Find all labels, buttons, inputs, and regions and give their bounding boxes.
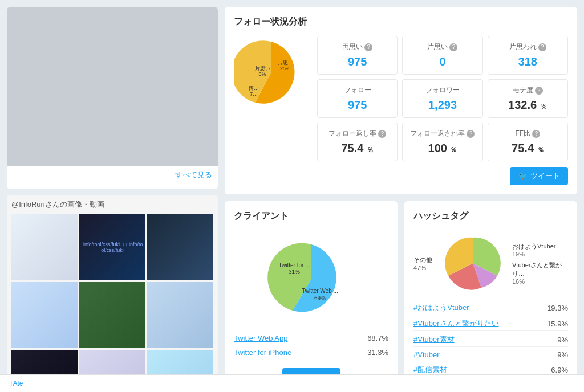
- hashtag-chart-area: その他 47%: [413, 230, 568, 296]
- svg-text:両…: 両…: [249, 85, 259, 91]
- legend-item-vtuber-tsunagari: Vtuberさんと繋がり… 16%: [512, 261, 563, 285]
- client-card: クライアント Twitter Web ... 69% Twitter for .…: [225, 201, 398, 392]
- follow-analysis-title: フォロー状況分析: [234, 16, 568, 28]
- help-icon-followreturn: ?: [378, 130, 386, 138]
- legend-item-ohayo: おはようVtuber 19%: [512, 242, 563, 258]
- stat-box-follow: フォロー 975: [317, 79, 398, 118]
- help-icon-ffhi: ?: [532, 130, 540, 138]
- stat-value-ffhi: 75.4 ％: [512, 142, 544, 154]
- stat-box-kataomoi: 片思われ ? 318: [488, 36, 568, 75]
- legend-item-sonota: その他 47%: [413, 256, 432, 271]
- hashtag-link-2[interactable]: #Vtuberさんと繋がりたい: [413, 318, 499, 329]
- help-icon-kataomoi: ?: [538, 43, 546, 51]
- avatar-placeholder: [7, 7, 218, 166]
- stat-value-ryoomi[interactable]: 975: [348, 55, 367, 68]
- hashtag-row-2: #Vtuberさんと繋がりたい 15.9%: [413, 317, 568, 331]
- stat-box-katami: 片思い ? 0: [402, 36, 482, 75]
- svg-text:69%: 69%: [314, 295, 325, 301]
- bottom-cards: クライアント Twitter Web ... 69% Twitter for .…: [225, 201, 577, 392]
- stat-box-followreturn: フォロー返し率 ? 75.4 ％: [317, 122, 398, 161]
- client-list: Twitter Web App 68.7% Twitter for iPhone…: [234, 333, 388, 358]
- avatar-card: すべて見る: [7, 7, 218, 189]
- media-cell-2[interactable]: .info/tool/css/fuki↓↓↓.info/tool/css/fuk…: [79, 214, 145, 280]
- help-icon-katami: ?: [449, 43, 457, 51]
- svg-text:25%: 25%: [280, 66, 290, 71]
- hashtag-row-4: #Vtuber 9%: [413, 349, 568, 361]
- stat-box-ryoomi: 両思い ? 975: [317, 36, 398, 75]
- svg-text:31%: 31%: [288, 269, 299, 275]
- hashtag-title: ハッシュタグ: [413, 210, 568, 222]
- hashtag-link-3[interactable]: #Vtuber素材: [413, 334, 455, 345]
- stat-value-moted: 132.6 ％: [508, 99, 548, 111]
- svg-text:片思…: 片思…: [278, 60, 293, 66]
- hashtag-link-1[interactable]: #おはようVtuber: [413, 303, 469, 313]
- hashtag-pct-5: 6.9%: [551, 366, 568, 374]
- hashtag-row-1: #おはようVtuber 19.3%: [413, 301, 568, 315]
- media-cell-6[interactable]: [147, 282, 213, 348]
- client-name-iphone[interactable]: Twitter for iPhone: [234, 348, 291, 357]
- hashtag-pct-1: 19.3%: [547, 304, 568, 312]
- stat-value-kataomoi[interactable]: 318: [518, 55, 537, 68]
- help-icon-followreturned: ?: [467, 130, 474, 138]
- stats-grid: 両思い ? 975 片思い ? 0: [317, 36, 568, 118]
- hashtag-pct-4: 9%: [557, 350, 568, 359]
- media-card-title: @InfoRuriさんの画像・動画: [11, 199, 213, 210]
- client-name-webapp[interactable]: Twitter Web App: [234, 334, 287, 342]
- stat-value-followreturn: 75.4 ％: [341, 142, 373, 154]
- client-row-iphone: Twitter for iPhone 31.3%: [234, 347, 388, 358]
- client-title: クライアント: [234, 210, 388, 222]
- stat-value-follow[interactable]: 975: [348, 99, 367, 111]
- twitter-bird-icon: 🐦: [518, 172, 528, 181]
- help-icon-ryoomi: ?: [364, 43, 372, 51]
- footer-tate-link[interactable]: TAte: [9, 379, 23, 387]
- stat-box-ffhi: FF比 ? 75.4 ％: [488, 122, 568, 161]
- svg-text:Twitter Web ...: Twitter Web ...: [302, 288, 338, 294]
- hashtag-link-5[interactable]: #配信素材: [413, 365, 447, 375]
- media-grid: .info/tool/css/fuki↓↓↓.info/tool/css/fuk…: [11, 214, 213, 392]
- svg-text:0%: 0%: [258, 71, 266, 77]
- svg-text:7…: 7…: [250, 91, 258, 97]
- svg-text:Twitter for ...: Twitter for ...: [278, 262, 310, 268]
- footer-bar: TAte: [0, 374, 584, 392]
- hashtag-pct-2: 15.9%: [547, 320, 568, 328]
- svg-text:片思い: 片思い: [255, 66, 270, 71]
- media-cell-3[interactable]: [147, 214, 213, 280]
- client-chart-area: Twitter Web ... 69% Twitter for ... 31%: [234, 230, 388, 327]
- stat-value-follower[interactable]: 1,293: [428, 99, 457, 111]
- follow-pie-chart: 片思い 0% 片思… 25% 両… 7…: [234, 36, 308, 110]
- client-pct-webapp: 68.7%: [367, 334, 388, 342]
- stat-box-moted: モテ度 ? 132.6 ％: [488, 79, 568, 118]
- media-cell-1[interactable]: [11, 214, 78, 280]
- hashtag-link-4[interactable]: #Vtuber: [413, 350, 440, 359]
- avatar-see-all-link[interactable]: すべて見る: [7, 166, 218, 183]
- follow-analysis-card: フォロー状況分析 片思い 0% 片思… 25% 両…: [225, 7, 577, 194]
- help-icon-moted: ?: [535, 87, 543, 95]
- stat-box-follower: フォロワー 1,293: [402, 79, 482, 118]
- right-column: フォロー状況分析 片思い 0% 片思… 25% 両…: [225, 7, 577, 392]
- media-cell-4[interactable]: [11, 282, 78, 348]
- client-row-webapp: Twitter Web App 68.7%: [234, 333, 388, 344]
- hashtag-card: ハッシュタグ その他 47%: [404, 201, 577, 392]
- stat-value-followreturned: 100 ％: [428, 142, 457, 154]
- follow-tweet-button[interactable]: 🐦 ツイート: [510, 167, 568, 185]
- left-column: すべて見る @InfoRuriさんの画像・動画 .info/tool/css/f…: [7, 7, 218, 392]
- stat-value-katami[interactable]: 0: [439, 55, 445, 68]
- media-card: @InfoRuriさんの画像・動画 .info/tool/css/fuki↓↓↓…: [7, 195, 218, 392]
- client-pct-iphone: 31.3%: [367, 348, 388, 357]
- media-cell-5[interactable]: [79, 282, 145, 348]
- hashtag-pct-3: 9%: [557, 336, 568, 344]
- stat-box-followreturned: フォロー返され率 ? 100 ％: [402, 122, 482, 161]
- hashtag-row-3: #Vtuber素材 9%: [413, 333, 568, 347]
- bottom-stats-row: フォロー返し率 ? 75.4 ％ フォロー返され率 ? 100 ％: [317, 122, 568, 161]
